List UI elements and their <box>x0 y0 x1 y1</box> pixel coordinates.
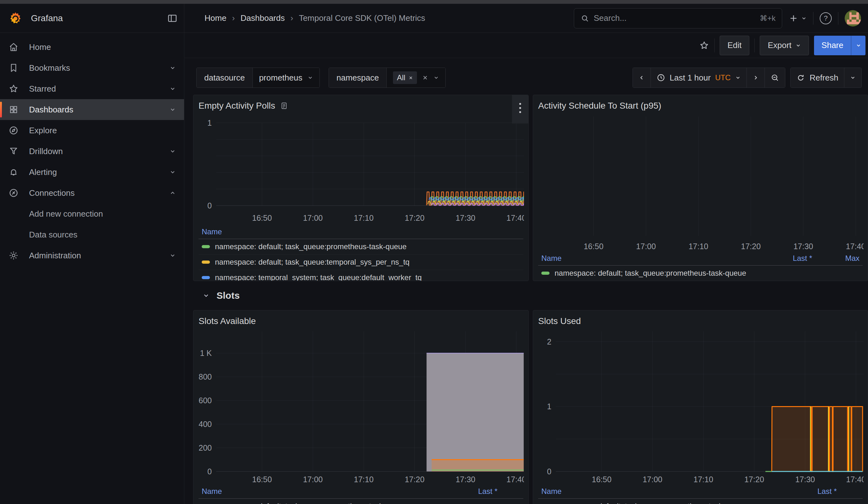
series-color-swatch <box>202 245 210 248</box>
zoom-out-button[interactable] <box>765 68 785 88</box>
legend-row[interactable]: namespace: default; task_queue:prometheu… <box>198 239 523 255</box>
sidebar-item-administration[interactable]: Administration <box>0 245 184 266</box>
compass-icon <box>8 125 19 136</box>
datasource-filter-value[interactable]: prometheus <box>253 68 319 88</box>
activity-schedule-to-start-chart[interactable]: 16:5017:0017:1017:2017:3017:40 <box>538 113 864 251</box>
share-menu-button[interactable] <box>851 36 866 55</box>
plus-icon <box>788 13 798 23</box>
panel-legend: NameLast *Maxnamespace: default; task_qu… <box>538 251 862 281</box>
time-back-button[interactable] <box>633 68 651 88</box>
sidebar-item-explore[interactable]: Explore <box>0 120 184 141</box>
legend-column-name[interactable]: Name <box>202 487 450 496</box>
slots-available-chart[interactable]: 16:5017:0017:1017:2017:3017:400200400600… <box>198 329 524 484</box>
breadcrumb-separator: › <box>232 13 235 23</box>
chevron-down-icon <box>169 85 176 92</box>
sidebar-item-drilldown[interactable]: Drilldown <box>0 141 184 162</box>
section-slots[interactable]: Slots <box>193 281 868 310</box>
panel-menu-button[interactable] <box>512 95 528 123</box>
legend-row[interactable]: namespace: default; task_queue:prometheu… <box>198 498 523 504</box>
edit-button[interactable]: Edit <box>720 36 750 55</box>
chevron-down-icon <box>203 292 209 299</box>
series-label: namespace: default; task_queue:prometheu… <box>215 502 450 504</box>
share-split-button: Share <box>814 36 866 55</box>
filters: datasource prometheus namespace All <box>196 68 446 88</box>
help-icon[interactable]: ? <box>820 12 832 24</box>
panel-title[interactable]: Slots Used <box>538 316 581 326</box>
section-title: Slots <box>217 290 240 301</box>
clock-icon <box>657 73 665 82</box>
sidebar-item-alerting[interactable]: Alerting <box>0 162 184 183</box>
sidebar-item-data-sources[interactable]: Data sources <box>0 224 184 245</box>
panel-title[interactable]: Empty Activity Polls <box>198 101 275 111</box>
svg-text:0: 0 <box>207 467 212 476</box>
legend-column-last-[interactable]: Last * <box>450 487 520 496</box>
legend-row[interactable]: namespace: default; task_queue:temporal_… <box>198 255 523 270</box>
svg-text:17:00: 17:00 <box>303 214 323 222</box>
chevron-down-icon <box>169 252 176 259</box>
panel-header: Slots Available <box>198 313 523 329</box>
legend-row[interactable]: namespace: default; task_queue:prometheu… <box>538 266 862 281</box>
panel-description-icon[interactable] <box>280 101 288 110</box>
window-top-strip <box>0 0 868 4</box>
sidebar-item-label: Bookmarks <box>29 63 70 73</box>
legend-column-name[interactable]: Name <box>541 487 789 496</box>
legend-row[interactable]: namespace: default; task_queue:prometheu… <box>538 498 862 504</box>
time-range-group: Last 1 hour UTC <box>632 68 785 88</box>
chevron-down-icon <box>795 43 801 48</box>
share-button[interactable]: Share <box>814 36 851 55</box>
svg-text:17:30: 17:30 <box>455 475 475 484</box>
refresh-icon <box>796 73 805 82</box>
time-forward-button[interactable] <box>747 68 765 88</box>
grafana-logo[interactable] <box>8 11 23 26</box>
legend-column-name[interactable]: Name <box>541 254 765 263</box>
sidebar-toggle-icon[interactable] <box>167 13 178 24</box>
legend-column-last-[interactable]: Last * <box>765 254 812 263</box>
legend-column-last-[interactable]: Last * <box>789 487 859 496</box>
legend-header: NameLast * <box>538 484 862 498</box>
empty-activity-polls-chart[interactable]: 16:5017:0017:1017:2017:3017:4001 <box>198 113 524 225</box>
panel-title[interactable]: Slots Available <box>198 316 256 326</box>
panel-title[interactable]: Activity Schedule To Start (p95) <box>538 101 661 111</box>
avatar[interactable] <box>845 10 861 27</box>
search-input[interactable] <box>594 13 755 23</box>
app-header: Grafana Home›Dashboards›Temporal Core SD… <box>0 4 868 33</box>
panel-header: Activity Schedule To Start (p95) <box>538 98 862 113</box>
svg-text:16:50: 16:50 <box>583 242 603 251</box>
time-controls: Last 1 hour UTC <box>632 68 862 88</box>
slots-used-chart[interactable]: 16:5017:0017:1017:2017:3017:40012 <box>538 329 864 484</box>
clear-filter-icon[interactable] <box>422 74 428 81</box>
refresh-button[interactable]: Refresh <box>790 68 844 88</box>
new-button[interactable] <box>788 13 807 23</box>
breadcrumb-separator: › <box>290 13 293 23</box>
chevron-down-icon[interactable] <box>433 75 439 81</box>
export-button[interactable]: Export <box>760 36 809 55</box>
legend-header: NameLast * <box>198 484 523 498</box>
star-dashboard-icon[interactable] <box>699 40 709 51</box>
chevron-left-icon <box>639 74 645 81</box>
time-range-picker[interactable]: Last 1 hour UTC <box>651 68 747 88</box>
namespace-chip[interactable]: All <box>393 71 417 84</box>
breadcrumb-item-dashboards[interactable]: Dashboards <box>240 13 285 23</box>
search-box[interactable]: ⌘+k <box>574 8 782 28</box>
legend-row[interactable]: namespace: temporal_system; task_queue:d… <box>198 270 523 281</box>
series-color-swatch <box>541 271 549 275</box>
svg-text:16:50: 16:50 <box>252 214 272 222</box>
breadcrumb-item-home[interactable]: Home <box>205 13 226 23</box>
sidebar-item-add-new-connection[interactable]: Add new connection <box>0 203 184 224</box>
sidebar-item-label: Add new connection <box>29 209 103 219</box>
breadcrumb-item-temporal-core-sdk-otel-metrics: Temporal Core SDK (OTel) Metrics <box>299 13 425 23</box>
sidebar-item-connections[interactable]: Connections <box>0 183 184 203</box>
controls-row: datasource prometheus namespace All <box>185 68 868 88</box>
legend-column-max[interactable]: Max <box>812 254 859 263</box>
sidebar-item-bookmarks[interactable]: Bookmarks <box>0 58 184 78</box>
refresh-interval-button[interactable] <box>844 68 861 88</box>
svg-text:17:10: 17:10 <box>693 475 713 484</box>
sidebar-item-dashboards[interactable]: Dashboards <box>0 99 184 120</box>
sidebar-item-label: Explore <box>29 126 57 135</box>
search-icon <box>580 14 589 23</box>
sidebar-item-home[interactable]: Home <box>0 37 184 58</box>
legend-column-name[interactable]: Name <box>202 227 520 236</box>
sidebar-item-starred[interactable]: Starred <box>0 78 184 99</box>
namespace-filter-value: All <box>387 68 445 88</box>
sidebar-item-label: Drilldown <box>29 146 63 156</box>
